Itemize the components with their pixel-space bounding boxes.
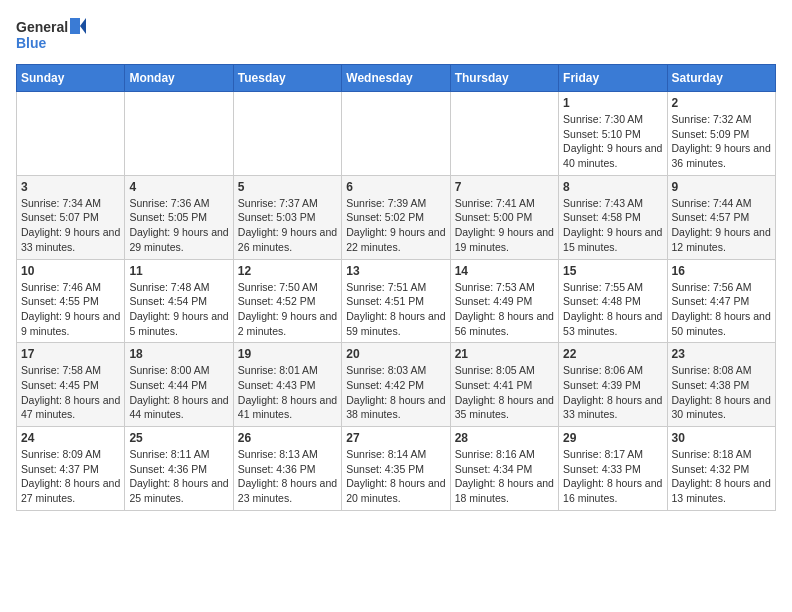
calendar-cell: 18Sunrise: 8:00 AMSunset: 4:44 PMDayligh… xyxy=(125,343,233,427)
day-info: Sunrise: 8:17 AMSunset: 4:33 PMDaylight:… xyxy=(563,447,662,506)
day-info: Sunrise: 7:48 AMSunset: 4:54 PMDaylight:… xyxy=(129,280,228,339)
calendar-cell: 10Sunrise: 7:46 AMSunset: 4:55 PMDayligh… xyxy=(17,259,125,343)
calendar-table: SundayMondayTuesdayWednesdayThursdayFrid… xyxy=(16,64,776,511)
weekday-header-saturday: Saturday xyxy=(667,65,775,92)
week-row-3: 10Sunrise: 7:46 AMSunset: 4:55 PMDayligh… xyxy=(17,259,776,343)
day-info: Sunrise: 8:08 AMSunset: 4:38 PMDaylight:… xyxy=(672,363,771,422)
calendar-cell xyxy=(450,92,558,176)
day-number: 20 xyxy=(346,347,445,361)
calendar-cell: 11Sunrise: 7:48 AMSunset: 4:54 PMDayligh… xyxy=(125,259,233,343)
day-info: Sunrise: 8:11 AMSunset: 4:36 PMDaylight:… xyxy=(129,447,228,506)
header-area: GeneralBlue xyxy=(16,16,776,56)
day-number: 28 xyxy=(455,431,554,445)
day-number: 8 xyxy=(563,180,662,194)
day-number: 24 xyxy=(21,431,120,445)
calendar-cell: 1Sunrise: 7:30 AMSunset: 5:10 PMDaylight… xyxy=(559,92,667,176)
day-info: Sunrise: 7:55 AMSunset: 4:48 PMDaylight:… xyxy=(563,280,662,339)
day-number: 23 xyxy=(672,347,771,361)
calendar-cell xyxy=(125,92,233,176)
day-number: 14 xyxy=(455,264,554,278)
day-number: 11 xyxy=(129,264,228,278)
svg-marker-2 xyxy=(70,18,80,34)
weekday-header-row: SundayMondayTuesdayWednesdayThursdayFrid… xyxy=(17,65,776,92)
weekday-header-monday: Monday xyxy=(125,65,233,92)
day-info: Sunrise: 8:09 AMSunset: 4:37 PMDaylight:… xyxy=(21,447,120,506)
week-row-5: 24Sunrise: 8:09 AMSunset: 4:37 PMDayligh… xyxy=(17,427,776,511)
logo-svg: GeneralBlue xyxy=(16,16,86,56)
day-number: 19 xyxy=(238,347,337,361)
day-info: Sunrise: 7:50 AMSunset: 4:52 PMDaylight:… xyxy=(238,280,337,339)
calendar-cell: 6Sunrise: 7:39 AMSunset: 5:02 PMDaylight… xyxy=(342,175,450,259)
day-number: 10 xyxy=(21,264,120,278)
day-number: 1 xyxy=(563,96,662,110)
day-number: 4 xyxy=(129,180,228,194)
day-info: Sunrise: 8:01 AMSunset: 4:43 PMDaylight:… xyxy=(238,363,337,422)
day-info: Sunrise: 8:13 AMSunset: 4:36 PMDaylight:… xyxy=(238,447,337,506)
svg-text:General: General xyxy=(16,19,68,35)
week-row-4: 17Sunrise: 7:58 AMSunset: 4:45 PMDayligh… xyxy=(17,343,776,427)
calendar-cell: 20Sunrise: 8:03 AMSunset: 4:42 PMDayligh… xyxy=(342,343,450,427)
day-info: Sunrise: 7:56 AMSunset: 4:47 PMDaylight:… xyxy=(672,280,771,339)
day-info: Sunrise: 7:41 AMSunset: 5:00 PMDaylight:… xyxy=(455,196,554,255)
day-info: Sunrise: 7:43 AMSunset: 4:58 PMDaylight:… xyxy=(563,196,662,255)
day-info: Sunrise: 7:37 AMSunset: 5:03 PMDaylight:… xyxy=(238,196,337,255)
day-number: 21 xyxy=(455,347,554,361)
day-number: 30 xyxy=(672,431,771,445)
day-info: Sunrise: 7:39 AMSunset: 5:02 PMDaylight:… xyxy=(346,196,445,255)
day-info: Sunrise: 8:00 AMSunset: 4:44 PMDaylight:… xyxy=(129,363,228,422)
calendar-cell: 27Sunrise: 8:14 AMSunset: 4:35 PMDayligh… xyxy=(342,427,450,511)
weekday-header-wednesday: Wednesday xyxy=(342,65,450,92)
calendar-cell: 13Sunrise: 7:51 AMSunset: 4:51 PMDayligh… xyxy=(342,259,450,343)
calendar-cell: 21Sunrise: 8:05 AMSunset: 4:41 PMDayligh… xyxy=(450,343,558,427)
calendar-cell: 16Sunrise: 7:56 AMSunset: 4:47 PMDayligh… xyxy=(667,259,775,343)
day-info: Sunrise: 8:06 AMSunset: 4:39 PMDaylight:… xyxy=(563,363,662,422)
weekday-header-tuesday: Tuesday xyxy=(233,65,341,92)
calendar-cell: 30Sunrise: 8:18 AMSunset: 4:32 PMDayligh… xyxy=(667,427,775,511)
day-number: 29 xyxy=(563,431,662,445)
day-info: Sunrise: 8:18 AMSunset: 4:32 PMDaylight:… xyxy=(672,447,771,506)
weekday-header-sunday: Sunday xyxy=(17,65,125,92)
day-info: Sunrise: 8:14 AMSunset: 4:35 PMDaylight:… xyxy=(346,447,445,506)
calendar-cell: 12Sunrise: 7:50 AMSunset: 4:52 PMDayligh… xyxy=(233,259,341,343)
day-info: Sunrise: 8:03 AMSunset: 4:42 PMDaylight:… xyxy=(346,363,445,422)
day-number: 3 xyxy=(21,180,120,194)
day-number: 7 xyxy=(455,180,554,194)
logo: GeneralBlue xyxy=(16,16,86,56)
day-info: Sunrise: 7:51 AMSunset: 4:51 PMDaylight:… xyxy=(346,280,445,339)
day-number: 16 xyxy=(672,264,771,278)
day-info: Sunrise: 7:53 AMSunset: 4:49 PMDaylight:… xyxy=(455,280,554,339)
calendar-cell: 17Sunrise: 7:58 AMSunset: 4:45 PMDayligh… xyxy=(17,343,125,427)
calendar-cell xyxy=(342,92,450,176)
day-number: 22 xyxy=(563,347,662,361)
calendar-cell: 14Sunrise: 7:53 AMSunset: 4:49 PMDayligh… xyxy=(450,259,558,343)
day-number: 15 xyxy=(563,264,662,278)
day-number: 25 xyxy=(129,431,228,445)
weekday-header-thursday: Thursday xyxy=(450,65,558,92)
calendar-cell: 2Sunrise: 7:32 AMSunset: 5:09 PMDaylight… xyxy=(667,92,775,176)
calendar-cell: 24Sunrise: 8:09 AMSunset: 4:37 PMDayligh… xyxy=(17,427,125,511)
day-number: 5 xyxy=(238,180,337,194)
day-info: Sunrise: 7:30 AMSunset: 5:10 PMDaylight:… xyxy=(563,112,662,171)
svg-marker-3 xyxy=(80,18,86,34)
calendar-cell: 25Sunrise: 8:11 AMSunset: 4:36 PMDayligh… xyxy=(125,427,233,511)
svg-text:Blue: Blue xyxy=(16,35,47,51)
calendar-cell xyxy=(17,92,125,176)
weekday-header-friday: Friday xyxy=(559,65,667,92)
day-info: Sunrise: 7:44 AMSunset: 4:57 PMDaylight:… xyxy=(672,196,771,255)
day-number: 9 xyxy=(672,180,771,194)
day-number: 6 xyxy=(346,180,445,194)
calendar-cell: 8Sunrise: 7:43 AMSunset: 4:58 PMDaylight… xyxy=(559,175,667,259)
calendar-cell: 23Sunrise: 8:08 AMSunset: 4:38 PMDayligh… xyxy=(667,343,775,427)
day-number: 27 xyxy=(346,431,445,445)
week-row-1: 1Sunrise: 7:30 AMSunset: 5:10 PMDaylight… xyxy=(17,92,776,176)
day-number: 12 xyxy=(238,264,337,278)
calendar-cell: 26Sunrise: 8:13 AMSunset: 4:36 PMDayligh… xyxy=(233,427,341,511)
calendar-cell: 19Sunrise: 8:01 AMSunset: 4:43 PMDayligh… xyxy=(233,343,341,427)
day-info: Sunrise: 7:34 AMSunset: 5:07 PMDaylight:… xyxy=(21,196,120,255)
day-number: 13 xyxy=(346,264,445,278)
day-number: 26 xyxy=(238,431,337,445)
calendar-cell: 29Sunrise: 8:17 AMSunset: 4:33 PMDayligh… xyxy=(559,427,667,511)
day-number: 18 xyxy=(129,347,228,361)
calendar-cell: 7Sunrise: 7:41 AMSunset: 5:00 PMDaylight… xyxy=(450,175,558,259)
calendar-cell: 9Sunrise: 7:44 AMSunset: 4:57 PMDaylight… xyxy=(667,175,775,259)
